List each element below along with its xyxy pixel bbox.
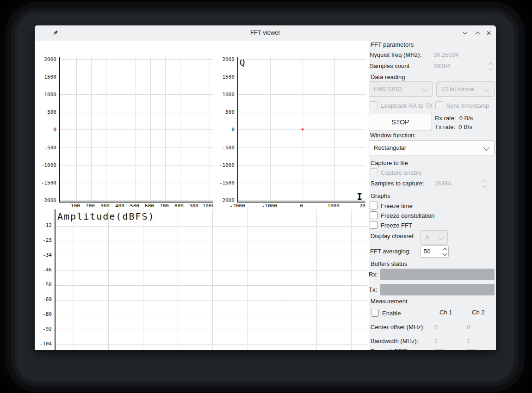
minimize-icon[interactable] <box>462 30 469 37</box>
rx-rate-label: Rx rate: <box>435 115 456 122</box>
close-icon[interactable] <box>485 30 492 37</box>
v-gridline <box>150 57 151 202</box>
h-gridline <box>56 344 368 345</box>
freeze-time-checkbox[interactable]: Freeze time <box>370 202 413 209</box>
scatter-point <box>302 129 303 130</box>
y-tick-label: 0 <box>231 127 235 133</box>
iq-plot-grid <box>59 57 213 203</box>
y-tick-label: -34 <box>43 252 52 258</box>
v-gridline <box>316 209 317 350</box>
x-tick-label: 800 <box>174 203 184 207</box>
h-gridline <box>56 330 368 330</box>
power-row: Power (dBFS): ??? ??? <box>371 348 495 350</box>
checkbox-icon[interactable] <box>370 202 377 209</box>
bandwidth-ch1: 1 <box>434 338 438 344</box>
tx-buffer-label: Tx: <box>369 286 377 293</box>
measurement-enable-checkbox[interactable]: Enable <box>371 309 401 317</box>
v-gridline <box>334 57 335 202</box>
ch2-header: Ch 2 <box>472 309 484 316</box>
y-tick-label: -23 <box>43 237 52 243</box>
v-gridline <box>91 57 92 202</box>
y-tick-label: -1500 <box>219 180 235 186</box>
h-gridline <box>56 285 368 286</box>
x-tick-label: 2000 <box>359 203 365 207</box>
v-gridline <box>121 57 121 202</box>
frequency-axis-label: Frequency(MHz) <box>295 348 368 350</box>
iq-y-axis: 2000150010005000-500-1000-1500-2000 <box>38 57 58 207</box>
y-tick-label: 500 <box>225 109 235 115</box>
window-title: FFT viewer <box>35 29 496 36</box>
y-tick-label: 1500 <box>223 74 235 80</box>
freeze-constellation-checkbox[interactable]: Freeze constellation <box>370 211 434 219</box>
v-gridline <box>270 57 271 202</box>
window-function-label: Window function: <box>370 132 416 139</box>
maximize-icon[interactable] <box>474 30 481 37</box>
center-offset-ch1: 0 <box>434 324 438 331</box>
checkbox-icon[interactable] <box>370 221 377 229</box>
v-gridline <box>74 209 74 350</box>
device-select: LMS SISO <box>369 81 433 97</box>
bandwidth-row: Bandwidth (MHz): 1 1 <box>371 338 495 344</box>
y-tick-label: -1500 <box>41 180 56 186</box>
display-channel-value: A <box>425 234 429 241</box>
bandwidth-label: Bandwidth (MHz): <box>371 338 418 344</box>
chevron-down-icon <box>483 86 489 92</box>
h-gridline <box>60 77 213 77</box>
x-tick-label: -2000 <box>229 203 245 207</box>
device-select-value: LMS SISO <box>374 86 402 92</box>
v-gridline <box>108 209 109 350</box>
x-tick-label: 100 <box>71 203 80 207</box>
nyquist-label: Nyquist freq (MHz): <box>370 51 421 58</box>
h-gridline <box>60 129 213 130</box>
y-tick-label: 0 <box>53 127 56 133</box>
h-gridline <box>238 165 365 166</box>
h-gridline <box>238 59 365 60</box>
y-tick-label: -69 <box>43 296 52 302</box>
h-gridline <box>56 300 368 301</box>
rx-buffer-progress <box>380 269 495 280</box>
y-tick-label: -92 <box>43 326 52 332</box>
measurement-enable-label: Enable <box>382 310 401 317</box>
h-gridline <box>238 112 365 112</box>
center-offset-ch2: 0 <box>467 324 470 331</box>
control-panel: FFT parameters Nyquist freq (MHz): 30.25… <box>369 41 496 350</box>
samples-to-capture-label: Samples to capture: <box>371 180 424 187</box>
x-tick-label: 200 <box>86 203 95 207</box>
h-gridline <box>238 183 365 183</box>
x-tick-label: 400 <box>115 203 124 207</box>
h-gridline <box>60 147 213 148</box>
checkbox-icon[interactable] <box>370 211 377 219</box>
y-tick-label: 500 <box>47 109 56 115</box>
section-measurement: Measurement <box>371 298 407 305</box>
v-gridline <box>143 209 143 350</box>
tx-rate-label: Tx rate: <box>435 123 455 130</box>
y-tick-label: -58 <box>43 282 52 288</box>
stop-button[interactable]: STOP <box>369 114 432 130</box>
checkbox-icon[interactable] <box>371 309 379 317</box>
window-function-select[interactable]: Rectangular <box>369 140 495 155</box>
y-tick-label: 1000 <box>44 92 57 98</box>
ivq-x-axis: -2000-1000010002000 <box>237 203 365 207</box>
display-channel-label: Display channel: <box>371 233 414 239</box>
x-tick-label: 300 <box>100 203 110 207</box>
h-gridline <box>238 200 365 201</box>
chevron-down-icon <box>421 86 427 92</box>
samples-count-value: 16384 <box>433 62 450 69</box>
window-function-value: Rectangular <box>374 144 406 151</box>
v-gridline <box>351 209 352 350</box>
section-capture: Capture to file <box>371 160 408 166</box>
h-gridline <box>60 112 213 112</box>
freeze-fft-checkbox[interactable]: Freeze FFT <box>370 221 412 229</box>
fft-averaging-spinner[interactable] <box>442 246 448 257</box>
format-select-value: 12 bit format <box>441 86 475 92</box>
h-gridline <box>238 147 365 148</box>
chevron-down-icon <box>483 145 489 151</box>
sync-timestamp-checkbox: Sync timestamp <box>435 101 489 109</box>
titlebar[interactable]: FFT viewer <box>35 25 496 41</box>
v-gridline <box>212 209 213 350</box>
h-gridline <box>56 241 368 241</box>
v-gridline <box>165 57 166 202</box>
v-gridline <box>195 57 195 202</box>
capture-enable-label: Capture enable <box>381 169 422 176</box>
loopback-label: Loopback RX to TX <box>381 102 433 109</box>
